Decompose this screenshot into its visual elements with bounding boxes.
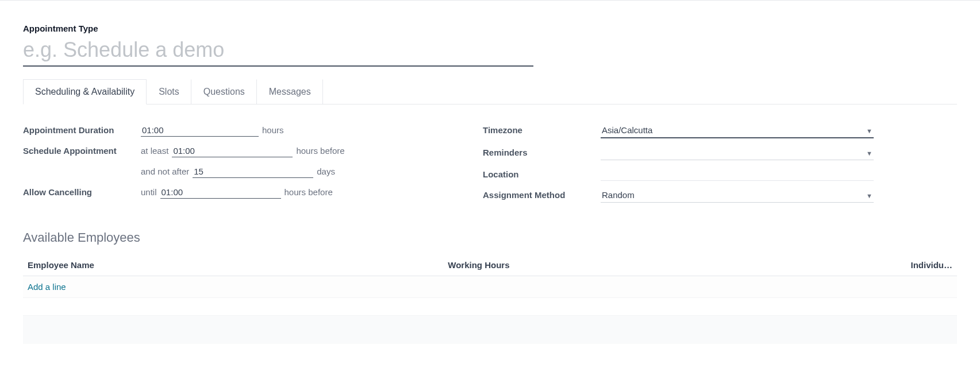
tab-slots[interactable]: Slots [147,79,191,104]
right-column: Timezone Asia/Calcutta ▼ Reminders ▼ Loc… [483,124,885,211]
label-assignment-method: Assignment Method [483,190,601,200]
label-allow-cancelling: Allow Cancelling [23,187,141,197]
row-assignment-method: Assignment Method Random ▼ [483,189,885,203]
cancel-prefix: until [141,187,157,197]
timezone-value: Asia/Calcutta [602,125,652,135]
table-row-add: Add a line [23,276,957,298]
chevron-down-icon: ▼ [866,127,873,134]
location-input[interactable] [601,168,874,181]
appointment-type-form: Appointment Type Scheduling & Availabili… [0,0,980,378]
assignment-method-select[interactable]: Random ▼ [601,189,874,203]
row-location: Location [483,168,885,181]
tab-messages[interactable]: Messages [257,79,323,104]
schedule-suffix1: hours before [296,146,344,156]
cancel-suffix: hours before [285,187,333,197]
chevron-down-icon: ▼ [866,192,873,199]
label-location: Location [483,169,601,179]
title-label: Appointment Type [23,24,957,33]
label-schedule-appointment: Schedule Appointment [23,146,141,156]
reminders-input-cursor[interactable] [602,148,603,157]
timezone-select[interactable]: Asia/Calcutta ▼ [601,124,874,138]
label-reminders: Reminders [483,148,601,157]
row-timezone: Timezone Asia/Calcutta ▼ [483,124,885,138]
reminders-select[interactable]: ▼ [601,146,874,160]
add-a-line-link[interactable]: Add a line [28,282,66,292]
appointment-type-title-input[interactable] [23,37,533,67]
duration-suffix: hours [262,125,284,135]
row-reminders: Reminders ▼ [483,146,885,160]
schedule-max-days-input[interactable] [193,165,313,178]
row-appointment-duration: Appointment Duration hours [23,124,448,137]
left-column: Appointment Duration hours Schedule Appo… [23,124,448,211]
tab-scheduling-availability[interactable]: Scheduling & Availability [23,79,147,104]
appointment-duration-input[interactable] [141,124,259,137]
schedule-prefix1: at least [141,146,168,156]
available-employees-title: Available Employees [23,230,957,245]
row-schedule-appointment-2: and not after days [23,165,448,178]
label-appointment-duration: Appointment Duration [23,125,141,135]
label-timezone: Timezone [483,125,601,135]
col-individual: Individu… [864,254,958,276]
cancel-hours-input[interactable] [160,186,281,199]
chevron-down-icon: ▼ [866,150,873,157]
schedule-prefix2: and not after [141,167,189,176]
employees-table: Employee Name Working Hours Individu… Ad… [23,254,957,298]
col-working-hours: Working Hours [443,254,863,276]
row-allow-cancelling: Allow Cancelling until hours before [23,186,448,199]
employees-header-row: Employee Name Working Hours Individu… [23,254,957,276]
form-area: Appointment Duration hours Schedule Appo… [23,124,957,211]
col-employee-name: Employee Name [23,254,443,276]
schedule-suffix2: days [317,167,335,176]
row-schedule-appointment: Schedule Appointment at least hours befo… [23,145,448,157]
tab-questions[interactable]: Questions [191,79,257,104]
assignment-method-value: Random [602,190,635,200]
footer-bar [23,315,957,344]
tabs: Scheduling & Availability Slots Question… [23,79,957,104]
schedule-min-hours-input[interactable] [172,145,293,157]
